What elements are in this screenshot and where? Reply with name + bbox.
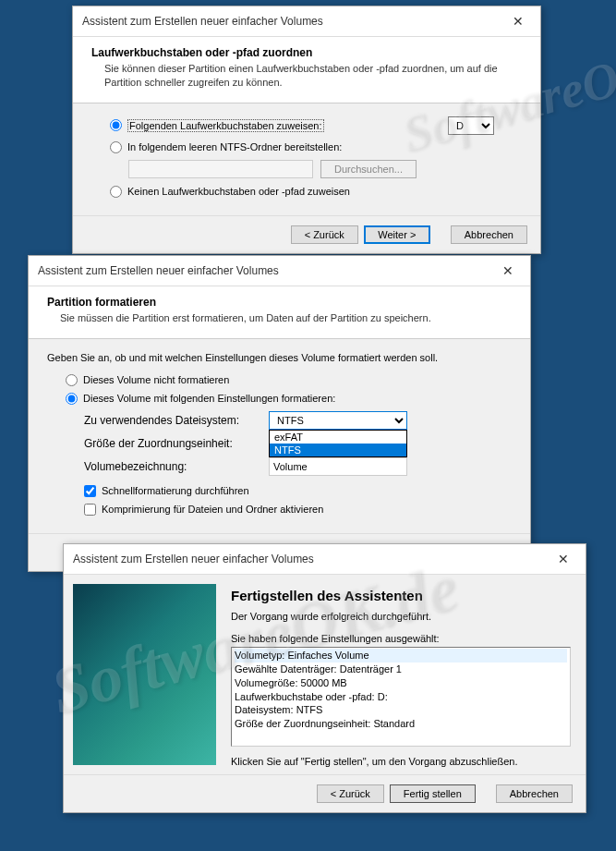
option-row-assign: Folgenden Laufwerkbuchstaben zuweisen: D [110, 116, 522, 135]
radio-label: In folgendem leeren NTFS-Ordner bereitst… [127, 141, 342, 152]
wizard-sidebar-image [73, 584, 216, 765]
finish-summary-label: Sie haben folgende Einstellungen ausgewä… [231, 633, 571, 644]
checkbox-label: Komprimierung für Dateien und Ordner akt… [102, 504, 323, 515]
checkbox-quick-format[interactable] [84, 485, 96, 497]
label-allocation: Größe der Zuordnungseinheit: [84, 437, 269, 450]
header-title: Partition formatieren [47, 296, 512, 309]
radio-assign-letter[interactable] [110, 119, 122, 131]
summary-line[interactable]: Gewählte Datenträger: Datenträger 1 [235, 663, 567, 676]
dialog-content: Fertigstellen des Assistenten Der Vorgan… [216, 575, 586, 774]
cancel-button[interactable]: Abbrechen [451, 225, 527, 244]
summary-listbox[interactable]: Volumetyp: Einfaches Volume Gewählte Dat… [231, 647, 571, 747]
drive-letter-select[interactable]: D [448, 116, 494, 135]
mount-path-row: Durchsuchen... [128, 160, 522, 178]
dialog-header: Laufwerkbuchstaben oder -pfad zuordnen S… [73, 37, 540, 103]
close-icon[interactable]: ✕ [503, 12, 533, 30]
titlebar[interactable]: Assistent zum Erstellen neuer einfacher … [64, 544, 586, 575]
dialog-body: Geben Sie an, ob und mit welchen Einstel… [29, 339, 530, 533]
mount-path-input [128, 160, 313, 178]
radio-mount-folder[interactable] [110, 141, 122, 153]
summary-line[interactable]: Volumetyp: Einfaches Volume [235, 649, 567, 663]
radio-label: Keinen Laufwerkbuchstaben oder -pfad zuw… [127, 186, 350, 197]
summary-line[interactable]: Dateisystem: NTFS [235, 703, 567, 717]
back-button[interactable]: < Zurück [291, 225, 358, 244]
filesystem-option[interactable]: exFAT [270, 431, 406, 444]
cancel-button[interactable]: Abbrechen [496, 784, 573, 803]
volume-label-input[interactable] [269, 457, 407, 476]
radio-label: Folgenden Laufwerkbuchstaben zuweisen: [127, 119, 324, 132]
header-title: Laufwerkbuchstaben oder -pfad zuordnen [91, 46, 522, 59]
header-description: Sie müssen die Partition erst formatiere… [60, 311, 512, 325]
compression-row: Komprimierung für Dateien und Ordner akt… [84, 504, 512, 516]
button-row: < Zurück Fertig stellen Abbrechen [64, 774, 586, 812]
dialog-title: Assistent zum Erstellen neuer einfacher … [38, 264, 279, 277]
summary-line[interactable]: Größe der Zuordnungseinheit: Standard [235, 717, 567, 731]
dialog-header: Partition formatieren Sie müssen die Par… [29, 286, 530, 339]
label-volume-label: Volumebezeichnung: [84, 460, 269, 473]
dialog-format-partition: Assistent zum Erstellen neuer einfacher … [28, 255, 531, 572]
format-settings: Zu verwendendes Dateisystem: NTFS exFAT … [84, 411, 512, 476]
option-row-none: Keinen Laufwerkbuchstaben oder -pfad zuw… [110, 186, 522, 198]
dialog-assign-drive-letter: Assistent zum Erstellen neuer einfacher … [72, 6, 541, 254]
next-button[interactable]: Weiter > [364, 225, 430, 244]
radio-label: Dieses Volume mit folgenden Einstellunge… [83, 393, 335, 404]
checkbox-label: Schnellformatierung durchführen [102, 485, 249, 496]
option-row-mount: In folgendem leeren NTFS-Ordner bereitst… [110, 141, 522, 153]
dialog-body: Folgenden Laufwerkbuchstaben zuweisen: D… [73, 103, 540, 215]
summary-line[interactable]: Laufwerkbuchstabe oder -pfad: D: [235, 690, 567, 704]
finish-footnote: Klicken Sie auf "Fertig stellen", um den… [231, 756, 571, 767]
quick-format-row: Schnellformatierung durchführen [84, 485, 512, 497]
dialog-body: Fertigstellen des Assistenten Der Vorgan… [64, 575, 586, 774]
filesystem-dropdown-list: exFAT NTFS [269, 430, 407, 457]
button-row: < Zurück Weiter > Abbrechen [73, 215, 540, 253]
radio-no-assign[interactable] [110, 186, 122, 198]
dialog-title: Assistent zum Erstellen neuer einfacher … [82, 15, 323, 28]
dialog-finish-wizard: Assistent zum Erstellen neuer einfacher … [63, 543, 586, 813]
titlebar[interactable]: Assistent zum Erstellen neuer einfacher … [29, 256, 530, 286]
filesystem-option[interactable]: NTFS [270, 444, 406, 456]
back-button[interactable]: < Zurück [317, 784, 384, 803]
option-row-format: Dieses Volume mit folgenden Einstellunge… [66, 393, 512, 405]
label-filesystem: Zu verwendendes Dateisystem: [84, 414, 269, 427]
browse-button: Durchsuchen... [320, 160, 417, 178]
dialog-title: Assistent zum Erstellen neuer einfacher … [73, 553, 314, 565]
close-icon[interactable]: ✕ [549, 550, 578, 568]
intro-text: Geben Sie an, ob und mit welchen Einstel… [47, 352, 512, 363]
option-row-noformat: Dieses Volume nicht formatieren [66, 374, 512, 386]
checkbox-compression[interactable] [84, 504, 96, 516]
close-icon[interactable]: ✕ [493, 261, 523, 280]
radio-label: Dieses Volume nicht formatieren [83, 374, 229, 385]
finish-button[interactable]: Fertig stellen [390, 784, 476, 803]
titlebar[interactable]: Assistent zum Erstellen neuer einfacher … [73, 6, 540, 37]
header-description: Sie können dieser Partition einen Laufwe… [104, 62, 522, 90]
radio-no-format[interactable] [66, 374, 78, 386]
finish-heading: Fertigstellen des Assistenten [231, 588, 571, 603]
summary-line[interactable]: Volumegröße: 50000 MB [235, 676, 567, 690]
radio-format[interactable] [66, 393, 78, 405]
filesystem-select[interactable]: NTFS [269, 411, 407, 430]
finish-subtitle: Der Vorgang wurde erfolgreich durchgefüh… [231, 611, 571, 622]
